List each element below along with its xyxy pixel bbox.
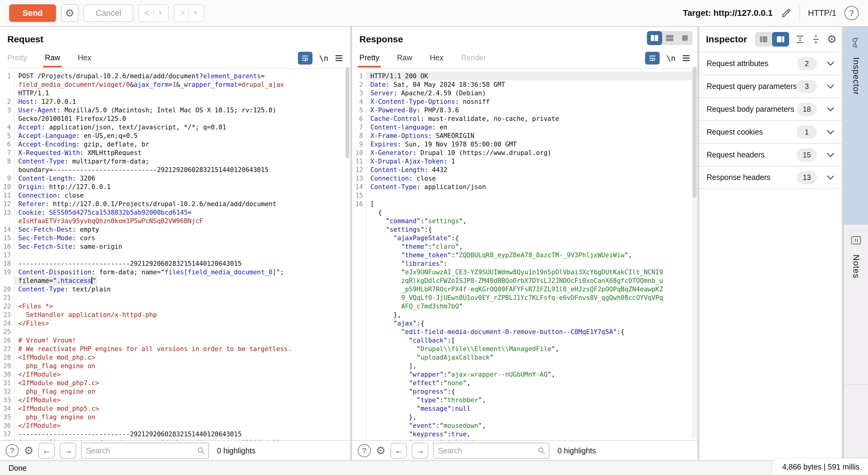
history-forward-button[interactable]: > ▼ — [174, 4, 204, 22]
side-tab-notes[interactable]: Notes — [844, 225, 868, 385]
layout-columns-icon[interactable] — [647, 31, 662, 45]
code-line[interactable]: "theme":"claro", — [352, 242, 698, 251]
code-line[interactable]: "progress":{ — [352, 387, 698, 396]
code-line[interactable]: { — [352, 208, 698, 217]
search-settings-gear-icon[interactable]: ⚙ — [376, 445, 385, 456]
code-line[interactable]: 22<Files *> — [0, 302, 350, 311]
code-line[interactable]: "theme_token":"ZQDBULqR8_eypZ8eA78_8azcT… — [352, 251, 698, 259]
code-line[interactable]: 20Content-Type: text/plain — [0, 285, 350, 293]
code-line[interactable]: "Drupal\\file\\Element\\ManagedFile", — [352, 345, 698, 353]
code-line[interactable]: 9Expires: Sun, 19 Nov 1978 05:00:00 GMT — [352, 140, 698, 149]
code-line[interactable]: AFQ_c7md3shm7bQ" — [352, 302, 698, 311]
code-line[interactable]: 31<IfModule mod_php7.c> — [0, 379, 350, 387]
tab-raw[interactable]: Raw — [45, 53, 60, 67]
code-line[interactable]: 21 — [0, 293, 350, 302]
code-line[interactable]: 2Date: Sat, 04 May 2024 18:36:58 GMT — [352, 81, 698, 89]
search-previous-button[interactable]: ← — [38, 443, 55, 458]
code-line[interactable]: "ajax":{ — [352, 319, 698, 328]
code-line[interactable]: 10Origin: http://127.0.0.1 — [0, 183, 350, 191]
inspector-settings-gear-icon[interactable]: ⚙ — [827, 33, 837, 46]
code-line[interactable]: "keypress":true, — [352, 430, 698, 439]
code-line[interactable]: Gecko/20100101 Firefox/125.0 — [0, 115, 350, 123]
inspector-section[interactable]: Request attributes2 — [699, 52, 842, 74]
code-line[interactable]: 30</IfModule> — [0, 370, 350, 379]
code-line[interactable]: 29 php_flag engine on — [0, 362, 350, 370]
code-line[interactable]: "event":"mousedown", — [352, 421, 698, 430]
code-line[interactable]: 26# Vroum! Vroum! — [0, 336, 350, 345]
code-line[interactable]: 16[ — [352, 200, 698, 208]
code-line[interactable]: "callback":[ — [352, 336, 698, 345]
expand-all-icon[interactable] — [795, 34, 805, 44]
code-line[interactable]: 36</IfModule> — [0, 421, 350, 430]
chevron-down-icon[interactable] — [827, 84, 835, 89]
code-line[interactable]: 25 — [0, 328, 350, 336]
code-line[interactable]: 18-----------------------------292129206… — [0, 259, 350, 268]
history-back-button[interactable]: < ▼ — [138, 4, 169, 22]
code-line[interactable]: }, — [352, 311, 698, 319]
code-line[interactable]: 13Connection: close — [352, 174, 698, 183]
editor-menu-icon[interactable] — [682, 55, 690, 62]
word-wrap-toggle-icon[interactable] — [298, 52, 312, 65]
code-line[interactable]: "message":null — [352, 404, 698, 413]
code-line[interactable]: field_media_document/widget/0&ajax_form=… — [0, 81, 350, 89]
code-line[interactable]: 6Cache-Control: must-revalidate, no-cach… — [352, 115, 698, 123]
code-line[interactable]: 35 php_flag engine on — [0, 413, 350, 421]
code-line[interactable]: 6Accept-Encoding: gzip, deflate, br — [0, 140, 350, 149]
inspector-section[interactable]: Request cookies1 — [699, 120, 842, 143]
tab-hex[interactable]: Hex — [430, 53, 443, 67]
show-newlines-toggle-icon[interactable]: \n — [666, 54, 676, 63]
code-line[interactable]: "edit-field-media-document-0-remove-butt… — [352, 328, 698, 336]
chevron-down-icon[interactable] — [827, 175, 835, 180]
request-scrollbar-thumb[interactable] — [345, 67, 349, 158]
response-scrollbar-thumb[interactable] — [692, 67, 696, 198]
inspector-dock-right-icon[interactable] — [772, 32, 789, 46]
side-tab-inspector[interactable]: Inspector — [844, 27, 868, 225]
code-line[interactable]: 10X-Generator: Drupal 10 (https://www.dr… — [352, 149, 698, 157]
request-search-input[interactable] — [81, 443, 209, 458]
response-code[interactable]: 1HTTP/1.1 200 OK2Date: Sat, 04 May 2024 … — [352, 69, 698, 440]
layout-single-icon[interactable] — [677, 31, 692, 45]
code-line[interactable]: 17 — [0, 251, 350, 259]
code-line[interactable]: 15Sec-Fetch-Mode: cors — [0, 234, 350, 242]
code-line[interactable]: 7Content-language: en — [352, 123, 698, 131]
inspector-section[interactable]: Request body parameters18 — [699, 97, 842, 120]
code-line[interactable]: }, — [352, 413, 698, 421]
code-line[interactable]: 19Content-Disposition: form-data; name="… — [0, 268, 350, 277]
layout-rows-icon[interactable] — [662, 31, 677, 45]
code-line[interactable]: 8X-Frame-Options: SAMEORIGIN — [352, 131, 698, 140]
tab-pretty[interactable]: Pretty — [360, 53, 379, 67]
code-line[interactable]: 11X-Drupal-Ajax-Token: 1 — [352, 157, 698, 166]
code-line[interactable]: eIsHfaaETVr3av95yvbqQhzn0kom1P5wPcNSqB2V… — [0, 217, 350, 225]
code-line[interactable]: 23 SetHandler application/x-httpd-php — [0, 311, 350, 319]
code-line[interactable]: 11Connection: close — [0, 191, 350, 200]
code-line[interactable]: 34<IfModule mod_php5.c> — [0, 404, 350, 413]
code-line[interactable]: "libraries": — [352, 259, 698, 268]
chevron-down-icon[interactable] — [827, 61, 835, 66]
code-line[interactable]: 9_VQqLf0-JjUEwn8U1ov0EY_rZPBLJ1Yc7KLFsfq… — [352, 293, 698, 302]
send-button[interactable]: Send — [9, 4, 56, 22]
code-line[interactable]: 5Accept-Language: en-US,en;q=0.5 — [0, 131, 350, 140]
editor-menu-icon[interactable] — [335, 55, 343, 62]
code-line[interactable]: 5X-Powered-By: PHP/8.3.6 — [352, 106, 698, 115]
code-line[interactable]: "eJx9UNFuwzAI_CE3-YZ9SUUIWdmw8Qyu1n19nSp… — [352, 268, 698, 277]
inspector-section[interactable]: Response headers13 — [699, 166, 842, 189]
help-icon[interactable]: ? — [844, 6, 859, 21]
code-line[interactable]: 15 — [352, 191, 698, 200]
http-version-selector[interactable]: HTTP/1 — [808, 8, 836, 18]
search-next-button[interactable]: → — [60, 443, 76, 458]
code-line[interactable]: 8Content-Type: multipart/form-data; — [0, 157, 350, 166]
code-line[interactable]: 14Sec-Fetch-Dest: empty — [0, 225, 350, 234]
code-line[interactable]: filename=".htaccess" — [0, 277, 350, 285]
code-line[interactable]: 4X-Content-Type-Options: nosniff — [352, 97, 698, 106]
code-line[interactable]: 13Cookie: SESS05d4275ca1538832b5ab92000b… — [0, 208, 350, 217]
search-previous-button[interactable]: ← — [391, 443, 407, 458]
code-line[interactable]: "effect":"none", — [352, 379, 698, 387]
cancel-button[interactable]: Cancel — [84, 4, 133, 22]
code-line[interactable]: 33</IfModule> — [0, 396, 350, 404]
code-line[interactable]: boundary=---------------------------2921… — [0, 166, 350, 174]
chevron-down-icon[interactable] — [827, 130, 835, 135]
word-wrap-toggle-icon[interactable] — [645, 52, 660, 65]
code-line[interactable]: 12Content-Length: 4432 — [352, 166, 698, 174]
tab-raw[interactable]: Raw — [397, 53, 412, 67]
code-line[interactable]: 4Accept: application/json, text/javascri… — [0, 123, 350, 131]
